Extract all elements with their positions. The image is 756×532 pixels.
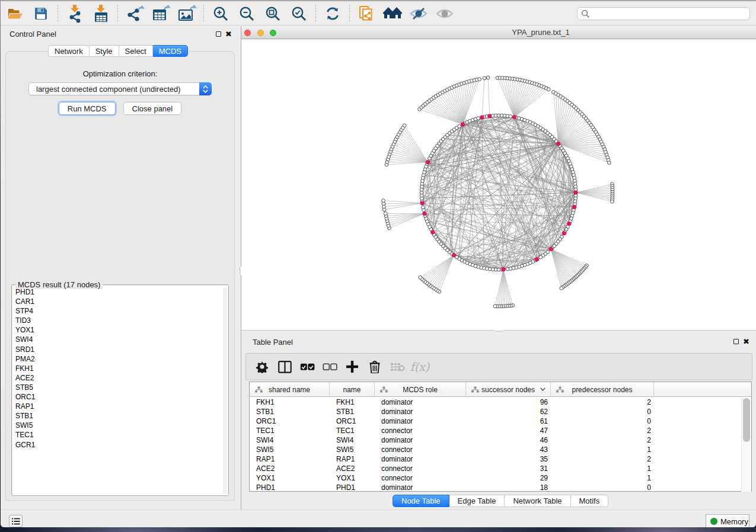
table-cell: 1	[551, 473, 654, 483]
run-mcds-button[interactable]: Run MCDS	[59, 102, 116, 115]
memory-indicator[interactable]: Memory	[706, 514, 749, 527]
mcds-result-item[interactable]: RAP1	[12, 402, 228, 411]
home-button[interactable]	[379, 4, 406, 24]
export-table-button[interactable]	[148, 4, 174, 24]
import-network-icon	[66, 4, 84, 23]
mcds-result-item[interactable]: TID3	[12, 316, 228, 325]
tab-style[interactable]: Style	[90, 45, 119, 57]
table-body: FKH1FKH1dominator962STB1STB1dominator620…	[250, 398, 741, 492]
float-window-icon[interactable]	[733, 339, 739, 344]
table-cell: 2	[551, 435, 654, 445]
export-image-button[interactable]	[174, 4, 200, 24]
close-window-icon[interactable]	[244, 30, 251, 36]
column-header-predecessor-nodes[interactable]: predecessor nodes	[551, 382, 654, 397]
show-column-selector-button[interactable]	[273, 355, 296, 379]
tab-select[interactable]: Select	[119, 45, 153, 57]
tab-network[interactable]: Network	[48, 45, 90, 57]
mcds-result-item[interactable]: SWI4	[12, 335, 228, 344]
search-input[interactable]	[590, 8, 749, 19]
tab-motifs[interactable]: Motifs	[571, 495, 609, 507]
refresh-button[interactable]	[320, 4, 346, 24]
tab-network-table[interactable]: Network Table	[505, 495, 570, 507]
tab-node-table[interactable]: Node Table	[393, 495, 449, 507]
mcds-result-item[interactable]: ACE2	[12, 373, 228, 383]
table-row[interactable]: STB1STB1dominator620	[250, 407, 741, 416]
import-table-button[interactable]	[88, 4, 114, 24]
table-row[interactable]: SWI4SWI4dominator462	[250, 435, 741, 445]
table-row[interactable]: ACE2ACE2connector311	[250, 464, 741, 473]
table-cell: 0	[551, 483, 654, 492]
table-row[interactable]: FKH1FKH1dominator962	[250, 398, 741, 407]
table-cell: ACE2	[250, 464, 330, 473]
network-canvas[interactable]	[241, 40, 756, 331]
mcds-result-item[interactable]: ORC1	[12, 392, 228, 402]
export-network-button[interactable]	[122, 4, 148, 24]
create-column-button[interactable]	[341, 355, 363, 379]
function-builder-button[interactable]: f(x)	[409, 355, 431, 379]
minimize-window-icon[interactable]	[257, 30, 264, 36]
table-cell: 43	[466, 445, 551, 454]
close-panel-icon[interactable]: ✖	[743, 339, 749, 344]
task-history-button[interactable]	[9, 515, 23, 527]
mcds-result-item[interactable]: STB1	[12, 411, 228, 421]
open-file-button[interactable]	[2, 4, 28, 24]
zoom-out-button[interactable]	[234, 4, 260, 24]
table-row[interactable]: RAP1RAP1dominator352	[250, 454, 741, 464]
mcds-result-item[interactable]: CAR1	[12, 297, 228, 306]
column-header-successor-nodes[interactable]: successor nodes	[466, 382, 551, 397]
show-button[interactable]	[432, 4, 458, 24]
close-panel-button[interactable]: Close panel	[123, 102, 182, 115]
table-cell: SWI5	[330, 445, 375, 454]
clone-network-button[interactable]	[353, 4, 379, 24]
column-label: predecessor nodes	[572, 386, 632, 394]
mcds-result-item[interactable]: PMA2	[12, 354, 228, 364]
table-row[interactable]: TEC1TEC1connector472	[250, 426, 741, 435]
table-row[interactable]: PHD1PHD1dominator180	[250, 483, 741, 492]
houses-icon	[382, 6, 403, 21]
mcds-result-item[interactable]: TEC1	[12, 430, 228, 440]
delete-column-button[interactable]	[363, 355, 386, 379]
table-cell: YOX1	[250, 473, 330, 483]
close-panel-icon[interactable]: ✖	[225, 31, 232, 37]
tab-mcds[interactable]: MCDS	[153, 45, 188, 57]
mcds-result-item[interactable]: SRD1	[12, 345, 228, 354]
select-all-button[interactable]	[296, 355, 318, 379]
mcds-result-item[interactable]: STP4	[12, 306, 228, 316]
table-cell: connector	[375, 426, 466, 435]
mcds-result-item[interactable]: FKH1	[12, 364, 228, 373]
sort-descending-icon	[540, 387, 546, 391]
deselect-all-button[interactable]	[318, 355, 341, 379]
control-panel-tabs: NetworkStyleSelectMCDS	[48, 45, 188, 57]
table-cell: 0	[551, 407, 654, 416]
table-scrollbar[interactable]	[741, 398, 751, 492]
mcds-result-item[interactable]: GCR1	[12, 440, 228, 450]
select-all-icon	[300, 363, 315, 371]
zoom-selected-button[interactable]	[286, 4, 312, 24]
criterion-dropdown[interactable]: largest connected component (undirected)	[28, 82, 212, 95]
zoom-in-button[interactable]	[208, 4, 234, 24]
table-settings-button[interactable]	[251, 355, 273, 379]
mcds-result-item[interactable]: SWI5	[12, 421, 228, 430]
float-window-icon[interactable]	[216, 31, 221, 37]
column-header-MCDS-role[interactable]: MCDS role	[375, 382, 466, 397]
scrollbar-thumb[interactable]	[743, 398, 750, 442]
hide-button[interactable]	[406, 4, 432, 24]
tab-edge-table[interactable]: Edge Table	[449, 495, 505, 507]
table-row[interactable]: ORC1ORC1dominator610	[250, 416, 741, 426]
table-row[interactable]: SWI5SWI5connector431	[250, 445, 741, 454]
column-header-shared-name[interactable]: shared name	[250, 382, 330, 397]
mcds-result-scrollbar[interactable]	[224, 287, 228, 493]
mcds-result-list[interactable]: PHD1CAR1STP4TID3YOX1SWI4SRD1PMA2FKH1ACE2…	[12, 286, 228, 495]
table-row[interactable]: YOX1YOX1connector291	[250, 473, 741, 483]
column-header-name[interactable]: name	[330, 382, 375, 397]
table-cell: YOX1	[330, 473, 375, 483]
mcds-result-item[interactable]: YOX1	[12, 325, 228, 335]
memory-status-icon	[710, 518, 717, 525]
save-session-button[interactable]	[28, 4, 54, 24]
maximize-window-icon[interactable]	[270, 30, 276, 36]
export-image-icon	[177, 5, 196, 23]
import-network-button[interactable]	[62, 4, 88, 24]
delete-table-button[interactable]	[386, 355, 409, 379]
mcds-result-item[interactable]: STB5	[12, 383, 228, 392]
zoom-fit-button[interactable]	[260, 4, 286, 24]
